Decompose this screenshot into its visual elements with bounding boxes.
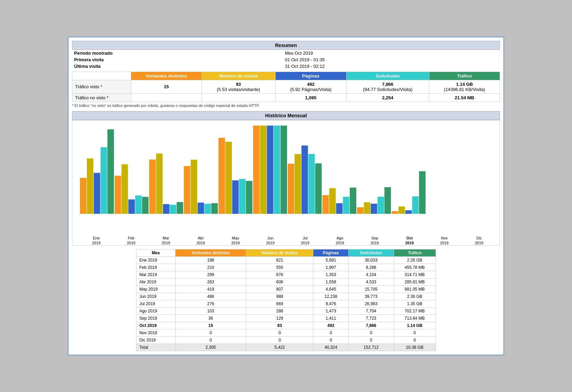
ultima-label: Última visita bbox=[72, 63, 283, 70]
table-row: Ago 20191032881,4737,704702.17 MB bbox=[136, 308, 436, 315]
info-table: Periodo mostrado Mes Oct 2019 Primera vi… bbox=[72, 50, 500, 70]
col-visitantes-header: Visitantes distintos bbox=[131, 72, 202, 80]
stats-header-row: Visitantes distintos Número de visitas P… bbox=[72, 72, 500, 80]
col-trafico-header: Tráfico bbox=[429, 72, 500, 80]
primera-value: 01 Oct 2019 - 01:35 bbox=[283, 56, 500, 63]
periodo-row: Periodo mostrado Mes Oct 2019 bbox=[72, 50, 500, 56]
table-row: Jul 20192766699,47626,9831.35 GB bbox=[136, 300, 436, 308]
table-row: Sep 2019361291,4117,723713.84 MB bbox=[136, 315, 436, 322]
x-axis-label: Sep2019 bbox=[358, 236, 392, 246]
x-axis-label: Feb2019 bbox=[114, 236, 149, 246]
stats-header-empty bbox=[72, 72, 131, 80]
monthly-tbody: Ene 20191986215,68130,0332.26 GBFeb 2019… bbox=[136, 257, 436, 351]
col-num-visitas: Número de visitas bbox=[246, 249, 313, 257]
tnv-solicitudes: 2,254 bbox=[346, 93, 429, 102]
table-row: Feb 20192105551,9978,288455.78 MB bbox=[136, 264, 436, 271]
x-axis-label: Oct2019 bbox=[393, 236, 427, 246]
tnv-visitantes bbox=[131, 93, 202, 102]
trafico-visto-row: Tráfico visto * 15 83 (5.53 visitas/visi… bbox=[72, 80, 500, 93]
col-visitantes-distintos: Visitantes distintos bbox=[175, 249, 246, 257]
stats-table: Visitantes distintos Número de visitas P… bbox=[72, 72, 500, 102]
col-mes: Mes bbox=[136, 249, 175, 257]
col-solicitudes: Solicitudes bbox=[348, 249, 394, 257]
x-axis-label: Abr2019 bbox=[184, 236, 218, 246]
x-axis-label: Nov2019 bbox=[427, 236, 462, 246]
table-row: Abr 20192636061,5584,533285.81 MB bbox=[136, 279, 436, 286]
x-axis-label: Mar2019 bbox=[149, 236, 183, 246]
trafico-no-visto-label: Tráfico no visto * bbox=[72, 93, 131, 102]
ultima-row: Última visita 31 Oct 2019 - 02:12 bbox=[72, 63, 500, 70]
resumen-title: Resumen bbox=[72, 41, 500, 50]
x-axis-label: May2019 bbox=[218, 236, 253, 246]
table-row: May 20194198074,64515,705881.05 MB bbox=[136, 286, 436, 293]
historico-section: Histórico Mensual Ene2019Feb2019Mar2019A… bbox=[72, 111, 500, 352]
trafico-no-visto-row: Tráfico no visto * 1,095 2,254 21.54 MB bbox=[72, 93, 500, 102]
tnv-paginas: 1,095 bbox=[275, 93, 346, 102]
x-axis-labels: Ene2019Feb2019Mar2019Abr2019May2019Jun20… bbox=[76, 236, 496, 246]
monthly-table: Mes Visitantes distintos Número de visit… bbox=[136, 249, 436, 351]
trafico-visto-label: Tráfico visto * bbox=[72, 80, 131, 93]
col-trafico: Tráfico bbox=[394, 249, 436, 257]
footnote: * El tráfico "no visto" es tráfico gener… bbox=[72, 103, 500, 108]
tnv-trafico: 21.54 MB bbox=[429, 93, 500, 102]
col-solicitudes-header: Solicitudes bbox=[346, 72, 429, 80]
primera-row: Primera visita 01 Oct 2019 - 01:35 bbox=[72, 56, 500, 63]
tv-visitas: 83 (5.53 visitas/visitante) bbox=[202, 80, 275, 93]
table-row: Mar 20192996761,3534,104314.71 MB bbox=[136, 271, 436, 279]
tv-trafico: 1.14 GB (14396.81 KB/Visita) bbox=[429, 80, 500, 93]
bar-chart bbox=[76, 124, 498, 235]
tv-visitantes: 15 bbox=[131, 80, 202, 93]
historico-title: Histórico Mensual bbox=[72, 111, 500, 120]
tv-paginas: 492 (5.92 Páginas/Visita) bbox=[275, 80, 346, 93]
tv-solicitudes: 7,866 (94.77 Solicitudes/Visita) bbox=[346, 80, 429, 93]
chart-container: Ene2019Feb2019Mar2019Abr2019May2019Jun20… bbox=[72, 120, 500, 246]
col-paginas: Páginas bbox=[313, 249, 349, 257]
table-row: Oct 201915834927,8661.14 GB bbox=[136, 322, 436, 329]
x-axis-label: Jul2019 bbox=[288, 236, 322, 246]
col-visitas-header: Número de visitas bbox=[202, 72, 275, 80]
periodo-value: Mes Oct 2019 bbox=[283, 50, 500, 56]
x-axis-label: Ene2019 bbox=[79, 236, 114, 246]
primera-label: Primera visita bbox=[72, 56, 283, 63]
col-paginas-header: Páginas bbox=[275, 72, 346, 80]
table-row: Nov 201900000 bbox=[136, 329, 436, 337]
table-row: Dic 201900000 bbox=[136, 337, 436, 344]
main-container: Resumen Periodo mostrado Mes Oct 2019 Pr… bbox=[68, 37, 504, 356]
ultima-value: 31 Oct 2019 - 02:12 bbox=[283, 63, 500, 70]
total-row: Total2,3055,42240,324152,71210.38 GB bbox=[136, 344, 436, 351]
resumen-section: Resumen Periodo mostrado Mes Oct 2019 Pr… bbox=[72, 41, 500, 108]
x-axis-label: Dic2019 bbox=[462, 236, 497, 246]
x-axis-label: Ago2019 bbox=[323, 236, 357, 246]
table-row: Ene 20191986215,68130,0332.26 GB bbox=[136, 257, 436, 264]
periodo-label: Periodo mostrado bbox=[72, 50, 283, 56]
monthly-header-row: Mes Visitantes distintos Número de visit… bbox=[136, 249, 436, 257]
x-axis-label: Jun2019 bbox=[253, 236, 288, 246]
table-row: Jun 201948698812,23839,7732.36 GB bbox=[136, 293, 436, 300]
tnv-visitas bbox=[202, 93, 275, 102]
